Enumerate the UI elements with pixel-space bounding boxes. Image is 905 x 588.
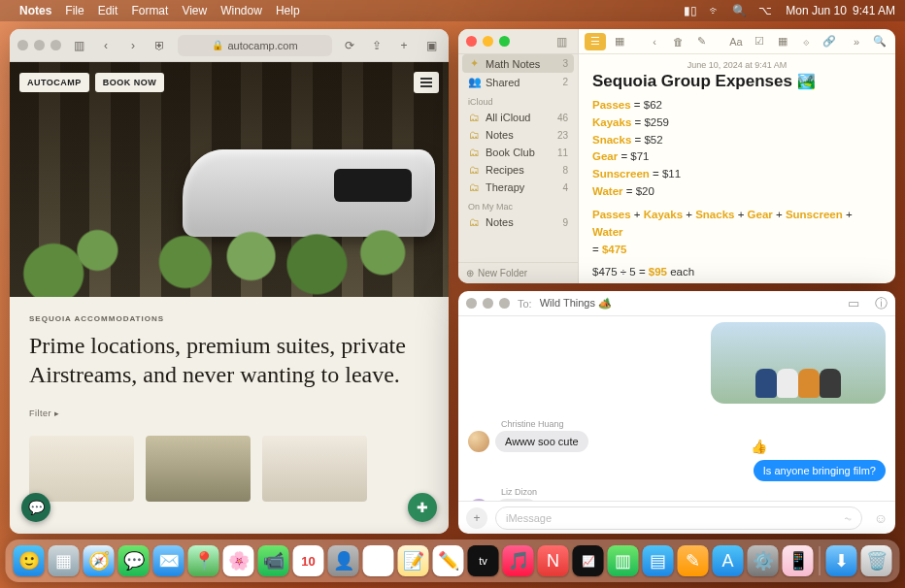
close-button[interactable] bbox=[466, 36, 477, 47]
reaction-thumbs-up-icon[interactable]: 👍 bbox=[751, 439, 767, 454]
checklist-icon[interactable]: ☑ bbox=[750, 33, 769, 50]
info-icon[interactable]: ⓘ bbox=[875, 295, 888, 312]
dock-safari-icon[interactable]: 🧭 bbox=[84, 545, 115, 576]
dock-finder-icon[interactable]: 🙂 bbox=[14, 545, 45, 576]
menubar-time[interactable]: 9:41 AM bbox=[853, 4, 895, 17]
minimize-button[interactable] bbox=[483, 36, 493, 47]
new-folder-button[interactable]: ⊕ New Folder bbox=[458, 262, 578, 283]
dock-mail-icon[interactable]: ✉️ bbox=[153, 545, 184, 576]
zoom-button[interactable] bbox=[499, 36, 510, 47]
dock-notes-icon[interactable]: 📝 bbox=[398, 545, 429, 576]
compose-icon[interactable]: ✎ bbox=[691, 33, 711, 50]
dock-settings-icon[interactable]: ⚙️ bbox=[748, 545, 779, 576]
folder-book-club[interactable]: 🗂 Book Club 11 bbox=[458, 144, 578, 161]
site-menu-icon[interactable] bbox=[414, 72, 439, 93]
menu-window[interactable]: Window bbox=[220, 4, 262, 17]
dock-contacts-icon[interactable]: 👤 bbox=[328, 545, 359, 576]
dock-news-icon[interactable]: N bbox=[538, 545, 569, 576]
zoom-button[interactable] bbox=[50, 40, 61, 50]
window-controls[interactable] bbox=[466, 36, 510, 47]
folder-shared[interactable]: 👥 Shared 2 bbox=[458, 73, 578, 91]
close-button[interactable] bbox=[466, 298, 477, 309]
address-bar[interactable]: 🔒 autocamp.com bbox=[178, 35, 332, 56]
control-center-icon[interactable]: ⌥ bbox=[758, 4, 772, 17]
folder-recipes[interactable]: 🗂 Recipes 8 bbox=[458, 161, 578, 179]
menubar-app-name[interactable]: Notes bbox=[19, 4, 51, 17]
grid-view-button[interactable]: ▦ bbox=[610, 33, 629, 50]
folder-local-notes[interactable]: 🗂 Notes 9 bbox=[458, 213, 578, 231]
thumbnail-3[interactable] bbox=[262, 436, 367, 502]
facetime-video-icon[interactable]: ▭ bbox=[848, 296, 859, 310]
emoji-picker-icon[interactable]: ☺ bbox=[874, 510, 888, 526]
menubar-date[interactable]: Mon Jun 10 bbox=[786, 4, 847, 17]
menu-help[interactable]: Help bbox=[276, 4, 300, 17]
apps-plus-icon[interactable]: + bbox=[466, 507, 487, 529]
folder-therapy[interactable]: 🗂 Therapy 4 bbox=[458, 179, 578, 196]
menu-file[interactable]: File bbox=[65, 4, 84, 17]
dock-numbers-icon[interactable]: ▥ bbox=[608, 545, 639, 576]
incoming-bubble[interactable]: Awww soo cute bbox=[495, 431, 588, 452]
audio-wave-icon[interactable]: ⏦ bbox=[845, 512, 852, 524]
dock-reminders-icon[interactable]: ☰ bbox=[363, 545, 394, 576]
wifi-icon[interactable]: ᯤ bbox=[709, 4, 721, 17]
dock-messages-icon[interactable]: 💬 bbox=[118, 545, 150, 576]
filter-button[interactable]: Filter ▸ bbox=[29, 408, 429, 418]
back-icon[interactable]: ‹ bbox=[645, 33, 664, 50]
zoom-button[interactable] bbox=[499, 298, 510, 309]
search-icon[interactable]: 🔍 bbox=[870, 33, 889, 50]
link-icon[interactable]: 🔗 bbox=[820, 33, 839, 50]
dock-freeform-icon[interactable]: ✏️ bbox=[433, 545, 464, 576]
dock-photos-icon[interactable]: 🌸 bbox=[223, 545, 254, 576]
reload-icon[interactable]: ⟳ bbox=[340, 36, 359, 55]
dock-downloads-icon[interactable]: ⬇ bbox=[826, 545, 857, 576]
dock-trash-icon[interactable]: 🗑️ bbox=[861, 545, 892, 576]
menu-view[interactable]: View bbox=[182, 4, 207, 17]
dock-facetime-icon[interactable]: 📹 bbox=[258, 545, 289, 576]
dock-launchpad-icon[interactable]: ▦ bbox=[49, 545, 80, 576]
spotlight-icon[interactable]: 🔍 bbox=[732, 4, 747, 17]
media-icon[interactable]: ⟐ bbox=[796, 33, 816, 50]
dock-calendar-icon[interactable]: 10 bbox=[293, 545, 324, 576]
dock-pages-icon[interactable]: ✎ bbox=[678, 545, 709, 576]
format-aa-icon[interactable]: Aa bbox=[726, 33, 746, 50]
conversation-name[interactable]: Wild Things 🏕️ bbox=[540, 297, 612, 310]
sidebar-toggle-icon[interactable]: ▥ bbox=[69, 36, 88, 55]
privacy-shield-icon[interactable]: ⛨ bbox=[151, 36, 170, 55]
thumbnail-2[interactable] bbox=[146, 436, 251, 502]
list-view-button[interactable]: ☰ bbox=[585, 33, 606, 50]
new-tab-icon[interactable]: + bbox=[394, 36, 414, 55]
tabs-icon[interactable]: ▣ bbox=[421, 36, 441, 55]
outgoing-bubble[interactable]: Is anyone bringing film? bbox=[754, 460, 886, 481]
dock-iphone-mirroring-icon[interactable]: 📱 bbox=[783, 545, 814, 576]
chat-fab-icon[interactable]: 💬 bbox=[21, 493, 50, 522]
more-icon[interactable]: » bbox=[847, 33, 866, 50]
folder-notes[interactable]: 🗂 Notes 23 bbox=[458, 126, 578, 144]
sidebar-toggle-icon[interactable]: ▥ bbox=[553, 33, 570, 50]
book-now-button[interactable]: BOOK NOW bbox=[95, 73, 165, 92]
window-controls[interactable] bbox=[17, 40, 61, 50]
dock-tv-icon[interactable]: tv bbox=[468, 545, 499, 576]
note-body[interactable]: June 10, 2024 at 9:41 AM Sequoia Group E… bbox=[579, 54, 895, 283]
site-logo[interactable]: AUTOCAMP bbox=[19, 73, 89, 92]
folder-math-notes[interactable]: ✦ Math Notes 3 bbox=[462, 54, 574, 73]
minimize-button[interactable] bbox=[34, 40, 45, 50]
incoming-bubble[interactable]: I am! bbox=[495, 499, 538, 501]
avatar[interactable] bbox=[468, 499, 489, 501]
minimize-button[interactable] bbox=[483, 298, 493, 309]
dock-music-icon[interactable]: 🎵 bbox=[503, 545, 534, 576]
dock-appstore-icon[interactable]: A bbox=[713, 545, 744, 576]
dock-maps-icon[interactable]: 📍 bbox=[188, 545, 219, 576]
folder-all-icloud[interactable]: 🗂 All iCloud 46 bbox=[458, 109, 578, 126]
menu-format[interactable]: Format bbox=[131, 4, 168, 17]
menu-edit[interactable]: Edit bbox=[98, 4, 118, 17]
thumbnail-1[interactable] bbox=[29, 436, 134, 502]
avatar[interactable] bbox=[468, 431, 489, 452]
table-icon[interactable]: ▦ bbox=[773, 33, 792, 50]
share-icon[interactable]: ⇪ bbox=[367, 36, 386, 55]
delete-icon[interactable]: 🗑 bbox=[668, 33, 687, 50]
window-controls[interactable] bbox=[466, 298, 510, 309]
dock-keynote-icon[interactable]: ▤ bbox=[643, 545, 674, 576]
message-thread[interactable]: Christine Huang Awww soo cute 👍 Is anyon… bbox=[458, 316, 895, 501]
forward-icon[interactable]: › bbox=[123, 36, 143, 55]
close-button[interactable] bbox=[17, 40, 28, 50]
